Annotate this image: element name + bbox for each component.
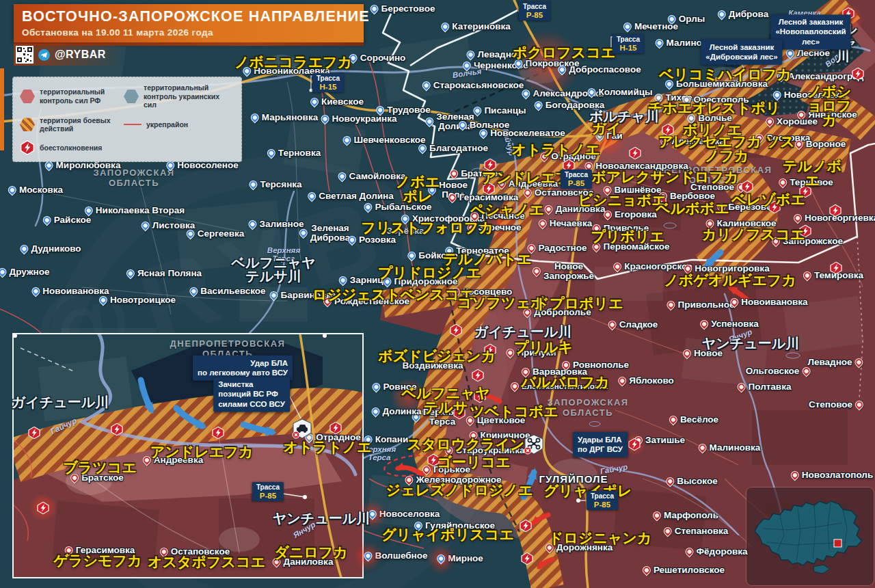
combat-zone-icon — [20, 118, 35, 131]
channel-row: @RYBAR — [14, 44, 124, 66]
legend-item-label: территория боевых действий — [40, 116, 124, 133]
legend-item: территориальный контроль сил РФ — [20, 83, 124, 109]
legend-item-label: укрепрайон — [146, 120, 188, 129]
legend-item: территориальный контроль украинских сил — [124, 83, 228, 109]
channel-handle: @RYBAR — [55, 49, 106, 61]
qr-code-icon — [16, 46, 33, 64]
header: ВОСТОЧНО-ЗАПОРОЖСКОЕ НАПРАВЛЕНИЕ Обстано… — [14, 4, 364, 46]
legend-item-label: боестолкновения — [40, 144, 102, 152]
page-title: ВОСТОЧНО-ЗАПОРОЖСКОЕ НАПРАВЛЕНИЕ — [22, 8, 355, 25]
map-canvas: @RYBAR ВОСТОЧНО-ЗАПОРОЖСКОЕ НАПРАВЛЕНИЕ … — [0, 0, 875, 588]
legend-item: боестолкновения — [20, 140, 124, 155]
legend-item-label: территориальный контроль украинских сил — [144, 83, 228, 109]
red-attack-arrow — [539, 559, 552, 567]
accent-bar — [0, 68, 4, 150]
red-attack-arrow — [533, 515, 548, 523]
blue-attack-arrow — [141, 380, 151, 410]
blue-attack-arrow — [176, 408, 202, 426]
legend-item-label: территориальный контроль сил РФ — [40, 88, 124, 105]
rf-control-icon — [20, 90, 35, 103]
red-attack-arrow — [476, 395, 500, 401]
page-subtitle: Обстановка на 19.00 11 марта 2026 года — [22, 27, 355, 38]
red-attack-arrow — [731, 288, 746, 299]
fortified-line-icon — [124, 124, 142, 125]
legend-item: территория боевых действий — [20, 116, 124, 133]
telegram-icon — [38, 49, 50, 61]
blue-attack-arrow — [243, 425, 272, 432]
map-legend: территориальный контроль сил РФтерритори… — [12, 77, 242, 162]
legend-item: укрепрайон — [124, 116, 228, 133]
clash-legend-icon — [20, 140, 35, 155]
ua-control-icon — [124, 90, 139, 103]
blue-attack-arrow — [524, 472, 534, 497]
blue-attack-arrow — [707, 252, 721, 266]
